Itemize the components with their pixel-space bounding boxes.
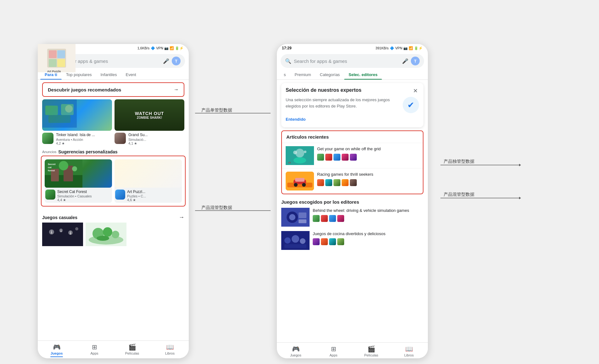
left-tab-infantiles[interactable]: Infantiles [96, 70, 121, 80]
art-puzzle-info: Art Puzzl... Puzles • C... 4,6 ★ [115, 188, 182, 203]
article-app-icon-2-5 [350, 179, 357, 186]
casual-thumb-1[interactable] [42, 223, 83, 246]
expert-desc: Una selección siempre actualizada de los… [286, 97, 403, 109]
right-search-bar[interactable]: 🔍 Search for apps & games 🎤 T [281, 54, 424, 68]
editor-app-icon-2-1 [313, 238, 320, 245]
svg-point-4 [65, 105, 73, 113]
left-avatar[interactable]: T [172, 57, 181, 65]
article-app-icon-2-1 [317, 179, 324, 186]
article-thumb-2 [286, 172, 314, 190]
right-nav-books-label: Libros [404, 353, 414, 357]
right-network: 391KB/s [376, 46, 389, 50]
editor-app-icon-2-2 [321, 238, 328, 245]
articles-header: Artículos recientes [282, 131, 423, 143]
article-app-icon-1-3 [333, 154, 340, 161]
right-search-icon: 🔍 [285, 58, 291, 64]
svg-text:Secret: Secret [48, 163, 56, 166]
editor-icons-1 [313, 215, 423, 222]
left-annotations: 产品单管型数据 产品混管型数据 [195, 44, 277, 358]
right-nav-movies-label: Películas [364, 353, 378, 357]
left-nav-apps[interactable]: ⊞ Apps [76, 343, 113, 357]
ann-text-1: 产品单管型数据 [201, 108, 232, 113]
tinker-name: Tinker Island: Isla de ... [56, 133, 112, 138]
left-ann-svg: 产品单管型数据 产品混管型数据 [195, 44, 277, 358]
grand-icon [115, 133, 126, 144]
svg-point-10 [72, 166, 77, 171]
discover-banner[interactable]: Descubrir juegos recomendados → [42, 82, 184, 97]
svg-point-33 [112, 231, 119, 238]
casual-title: Juegos casuales [42, 215, 77, 220]
art-puzzle-card[interactable]: Art Puzzle Art Puzzl... Puzles • C... 4,… [115, 159, 182, 203]
svg-point-32 [103, 227, 112, 237]
casual-thumb-2[interactable] [86, 223, 126, 246]
left-nav-books[interactable]: 📖 Libros [151, 343, 189, 357]
editor-item-1[interactable]: Behind the wheel: driving & vehicle simu… [281, 208, 423, 227]
svg-marker-62 [519, 164, 521, 166]
right-nav-apps[interactable]: ⊞ Apps [315, 345, 352, 357]
left-phone-wrapper: 17:28 1,6KB/s 🔷 VPN 📷 📶 🔋⚡ 🔍 Search for … [38, 44, 189, 358]
right-nav-books[interactable]: 📖 Libros [390, 345, 428, 357]
right-tab-selec[interactable]: Selec. editores [344, 70, 382, 80]
left-mic-icon[interactable]: 🎤 [163, 58, 169, 64]
editor-icons-2 [313, 238, 423, 245]
left-nav-games-label: Juegos [51, 351, 63, 355]
right-nav-games-label: Juegos [290, 353, 301, 357]
discover-banner-text: Descubrir juegos recomendados [48, 87, 121, 92]
expert-body: Una selección siempre actualizada de los… [286, 97, 419, 113]
right-tab-s[interactable]: s [279, 70, 290, 80]
article-item-2[interactable]: Racing games for thrill seekers [282, 168, 423, 194]
right-mic-icon[interactable]: 🎤 [402, 58, 408, 64]
editor-item-2[interactable]: Juegos de cocina divertidos y deliciosos [281, 231, 423, 250]
right-ann-text-2: 产品混管型数据 [444, 192, 474, 197]
article-item-1[interactable]: 🎮 Get your game on while off the grid [282, 143, 423, 168]
discover-arrow: → [174, 87, 179, 92]
svg-text:🎮: 🎮 [288, 161, 291, 164]
right-nav-games[interactable]: 🎮 Juegos [277, 345, 315, 357]
game-card-right[interactable]: WATCH OUT ZOMBIE SHARK! Grand Su... Simu… [115, 99, 184, 146]
editor-app-icon-1-1 [313, 215, 320, 222]
right-avatar[interactable]: T [411, 57, 420, 65]
svg-point-59 [300, 238, 305, 244]
svg-point-34 [97, 236, 109, 241]
editor-app-icon-1-2 [321, 215, 328, 222]
svg-point-48 [294, 183, 298, 187]
grand-rating: 4,1 ★ [128, 141, 184, 146]
tinker-meta: Tinker Island: Isla de ... Aventura • Ac… [56, 133, 112, 146]
game-card-left[interactable]: Tinker Island: Isla de ... Aventura • Ac… [42, 99, 112, 146]
right-nav-apps-label: Apps [329, 353, 337, 357]
grand-genre: Simulació... [128, 138, 184, 141]
casual-section-row: Juegos casuales → [38, 210, 189, 223]
right-tab-categorias[interactable]: Categorías [316, 70, 344, 80]
grand-name: Grand Su... [128, 133, 184, 138]
editor-app-icon-1-3 [329, 215, 336, 222]
left-nav-movies[interactable]: 🎬 Películas [113, 343, 151, 357]
left-nav-games[interactable]: 🎮 Juegos [38, 343, 76, 357]
secret-cat-icon [45, 190, 55, 200]
tinker-genre: Aventura • Acción [56, 138, 112, 141]
right-status-icons-text: 🔷 VPN 📷 📶 🔋⚡ [390, 46, 423, 50]
svg-point-57 [284, 237, 291, 244]
secret-cat-meta: Secret Cat Forest Simulación • Casuales … [57, 190, 92, 202]
svg-point-42 [293, 151, 297, 154]
right-nav-games-icon: 🎮 [292, 345, 300, 353]
svg-text:cat: cat [48, 166, 52, 169]
left-tab-event[interactable]: Event [121, 70, 140, 80]
entendido-button[interactable]: Entendido [286, 116, 419, 123]
secret-cat-card[interactable]: Secret cat forest Secret Cat Forest Simu… [45, 159, 112, 203]
right-nav-movies[interactable]: 🎬 Películas [352, 345, 390, 357]
left-status-icons-text: 🔷 VPN 📷 📶 🔋⚡ [151, 46, 184, 50]
right-tab-premium[interactable]: Premium [290, 70, 316, 80]
game-info-grand: Grand Su... Simulació... 4,1 ★ [115, 131, 184, 146]
suggestions-title: Sugerencias personalizadas [58, 149, 117, 154]
articles-section: Artículos recientes 🎮 [281, 130, 423, 194]
right-ann-svg: 产品独管型数据 产品混管型数据 [437, 44, 525, 358]
svg-point-41 [294, 157, 306, 163]
right-phone-screen: 17:29 391KB/s 🔷 VPN 📷 📶 🔋⚡ 🔍 Search for … [277, 44, 428, 358]
left-nav-games-icon: 🎮 [53, 343, 61, 351]
games-grid: Tinker Island: Isla de ... Aventura • Ac… [38, 99, 189, 149]
article-info-2: Racing games for thrill seekers [317, 172, 419, 190]
expert-close-btn[interactable]: ✕ [412, 87, 419, 94]
svg-point-53 [289, 214, 295, 220]
article-icons-2 [317, 179, 419, 186]
ann-text-2: 产品混管型数据 [201, 205, 232, 210]
